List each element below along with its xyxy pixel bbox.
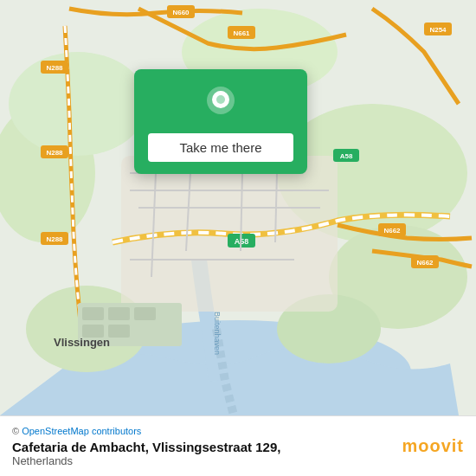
svg-text:Vlissingen: Vlissingen — [54, 336, 110, 349]
svg-text:N254: N254 — [429, 26, 447, 34]
svg-rect-13 — [82, 307, 104, 320]
take-me-there-button[interactable]: Take me there — [148, 133, 293, 162]
svg-text:N662: N662 — [416, 259, 434, 267]
map-area: A58 N660 N661 — [0, 0, 476, 415]
place-address: Netherlands — [12, 454, 280, 467]
svg-text:Buitenhaven: Buitenhaven — [213, 312, 222, 355]
moovit-text: moovit — [402, 436, 464, 456]
app-container: A58 N660 N661 — [0, 0, 476, 476]
bottom-bar: © OpenStreetMap contributors Cafetaria d… — [0, 415, 476, 476]
place-name: Cafetaria de Ambacht, Vlissingsestraat 1… — [12, 440, 280, 454]
svg-point-7 — [9, 52, 147, 156]
location-card: Take me there — [134, 69, 307, 174]
svg-text:N660: N660 — [172, 9, 190, 16]
osm-credit: © OpenStreetMap contributors — [12, 426, 280, 436]
svg-text:N288: N288 — [46, 149, 63, 157]
svg-text:A58: A58 — [340, 152, 353, 160]
svg-text:N288: N288 — [46, 235, 63, 243]
svg-text:N661: N661 — [233, 29, 250, 37]
bottom-info: © OpenStreetMap contributors Cafetaria d… — [12, 426, 280, 467]
svg-text:N288: N288 — [46, 64, 63, 72]
svg-rect-15 — [134, 307, 156, 320]
svg-rect-14 — [108, 307, 130, 320]
map-svg: A58 N660 N661 — [0, 0, 476, 415]
svg-rect-17 — [108, 325, 130, 338]
svg-text:N662: N662 — [383, 227, 401, 235]
pin-icon — [202, 85, 240, 123]
moovit-logo: moovit — [402, 436, 464, 456]
